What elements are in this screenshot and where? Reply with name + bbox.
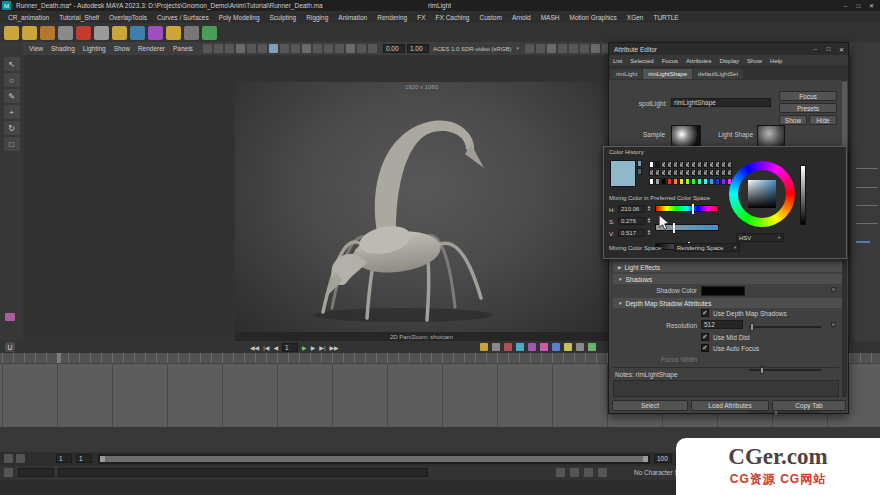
panel-toolbar-icon[interactable]: [291, 44, 300, 53]
status-icon[interactable]: [556, 468, 565, 477]
shelf-tab[interactable]: TURTLE: [649, 14, 682, 21]
panel-toolbar-icon[interactable]: [203, 44, 212, 53]
range-slider-handle[interactable]: [100, 456, 648, 462]
select-tool-icon[interactable]: ↖: [4, 57, 20, 71]
history-color-slot[interactable]: [697, 169, 702, 176]
shelf-tab[interactable]: FX Caching: [432, 14, 474, 21]
history-color-slot[interactable]: [649, 161, 654, 168]
ae-close-button[interactable]: ✕: [835, 45, 848, 54]
sv-square[interactable]: [748, 180, 776, 208]
section-depth-map[interactable]: Depth Map Shadow Attributes: [613, 298, 844, 308]
ae-tab-defaultlightset[interactable]: defaultLightSet: [693, 69, 743, 79]
rotate-tool-icon[interactable]: ↻: [4, 121, 20, 135]
history-color-slot[interactable]: [679, 169, 684, 176]
history-color-slot[interactable]: [655, 161, 660, 168]
connection-box-icon[interactable]: [831, 322, 836, 327]
panel-toolbar-icon[interactable]: [236, 44, 245, 53]
preset-color-swatch[interactable]: [685, 178, 690, 185]
move-tool-icon[interactable]: +: [4, 105, 20, 119]
command-line-input[interactable]: [18, 468, 54, 477]
history-color-slot[interactable]: [691, 161, 696, 168]
preset-color-swatch[interactable]: [715, 178, 720, 185]
history-color-swatch[interactable]: [637, 168, 642, 175]
h-value-field[interactable]: 210.06: [618, 205, 645, 213]
use-dmap-checkbox[interactable]: [701, 309, 709, 317]
presets-button[interactable]: Presets: [779, 103, 837, 113]
value-strip[interactable]: [800, 165, 806, 225]
panel-toolbar-icon[interactable]: [547, 44, 556, 53]
panel-toolbar-icon[interactable]: [302, 44, 311, 53]
panel-menu-item[interactable]: Panels: [169, 45, 197, 52]
panel-toolbar-icon[interactable]: [258, 44, 267, 53]
preset-color-swatch[interactable]: [649, 178, 654, 185]
ae-menu-item[interactable]: List: [609, 58, 626, 64]
panel-toolbar-icon[interactable]: [313, 44, 322, 53]
history-color-slot[interactable]: [709, 169, 714, 176]
history-color-slot[interactable]: [721, 161, 726, 168]
history-color-slot[interactable]: [661, 161, 666, 168]
spotlight-name-field[interactable]: rimLightShape: [671, 98, 771, 107]
history-color-slot[interactable]: [697, 161, 702, 168]
step-back-button[interactable]: ◀: [273, 344, 278, 351]
status-icon[interactable]: [584, 468, 593, 477]
ae-menu-item[interactable]: Selected: [626, 58, 657, 64]
shelf-tab[interactable]: MASH: [537, 14, 564, 21]
copy-tab-button[interactable]: Copy Tab: [772, 400, 846, 411]
shelf-tab[interactable]: Rigging: [302, 14, 332, 21]
shelf-tab[interactable]: Motion Graphics: [565, 14, 620, 21]
start-time-field[interactable]: 1: [56, 454, 72, 463]
load-attributes-button[interactable]: Load Attributes: [691, 400, 769, 411]
anim-tool-icon[interactable]: [504, 343, 512, 351]
ae-menu-item[interactable]: Help: [766, 58, 786, 64]
playback-start-field[interactable]: 1: [76, 454, 92, 463]
panel-toolbar-icon[interactable]: [569, 44, 578, 53]
creature-model[interactable]: [235, 82, 608, 332]
panel-toolbar-icon[interactable]: [368, 44, 377, 53]
play-button[interactable]: ▶: [302, 344, 307, 351]
preset-color-swatch[interactable]: [697, 178, 702, 185]
shelf-tool-icon[interactable]: [184, 26, 199, 40]
step-forward-key-button[interactable]: ▶|: [319, 344, 325, 351]
panel-toolbar-icon[interactable]: [580, 44, 589, 53]
preset-color-swatch[interactable]: [679, 178, 684, 185]
color-wheel[interactable]: [729, 161, 795, 227]
anim-tool-icon[interactable]: [564, 343, 572, 351]
shelf-tool-icon[interactable]: [202, 26, 217, 40]
shelf-tab[interactable]: Arnold: [508, 14, 535, 21]
shelf-tab[interactable]: Sculpting: [266, 14, 301, 21]
go-to-end-button[interactable]: ▶▶: [329, 344, 338, 351]
history-color-slot[interactable]: [715, 169, 720, 176]
history-color-slot[interactable]: [649, 169, 654, 176]
anim-tool-icon[interactable]: [576, 343, 584, 351]
show-button[interactable]: Show: [779, 115, 807, 125]
shadow-color-swatch[interactable]: [701, 286, 745, 296]
ae-menu-item[interactable]: Show: [743, 58, 766, 64]
history-color-slot[interactable]: [667, 169, 672, 176]
shelf-tool-icon[interactable]: [130, 26, 145, 40]
preset-color-swatch[interactable]: [661, 178, 666, 185]
history-color-slot[interactable]: [685, 161, 690, 168]
anim-tool-icon[interactable]: [516, 343, 524, 351]
history-color-slot[interactable]: [679, 161, 684, 168]
history-color-slot[interactable]: [727, 169, 732, 176]
history-color-slot[interactable]: [673, 161, 678, 168]
panel-toolbar-icon[interactable]: [280, 44, 289, 53]
history-color-slot[interactable]: [721, 169, 726, 176]
ae-tab-rimlight[interactable]: rimLight: [611, 69, 642, 79]
anim-tool-icon[interactable]: [552, 343, 560, 351]
shelf-tab[interactable]: OverlapTools: [105, 14, 151, 21]
shelf-tab[interactable]: Tutorial_Shelf: [55, 14, 103, 21]
anim-tool-icon[interactable]: [528, 343, 536, 351]
preset-color-swatch[interactable]: [655, 178, 660, 185]
shelf-tool-icon[interactable]: [76, 26, 91, 40]
notes-box[interactable]: [613, 380, 839, 397]
h-spinner[interactable]: ▲▼: [647, 205, 651, 212]
history-color-swatch[interactable]: [637, 160, 642, 167]
scale-tool-icon[interactable]: □: [4, 137, 20, 151]
focus-button[interactable]: Focus: [779, 91, 837, 101]
preset-color-swatch[interactable]: [667, 178, 672, 185]
lasso-tool-icon[interactable]: ○: [4, 73, 20, 87]
mixing-space-dropdown[interactable]: Rendering Space ▼: [674, 243, 740, 252]
section-shadows[interactable]: Shadows: [613, 274, 844, 284]
exposure-field[interactable]: 0.00: [383, 44, 405, 53]
